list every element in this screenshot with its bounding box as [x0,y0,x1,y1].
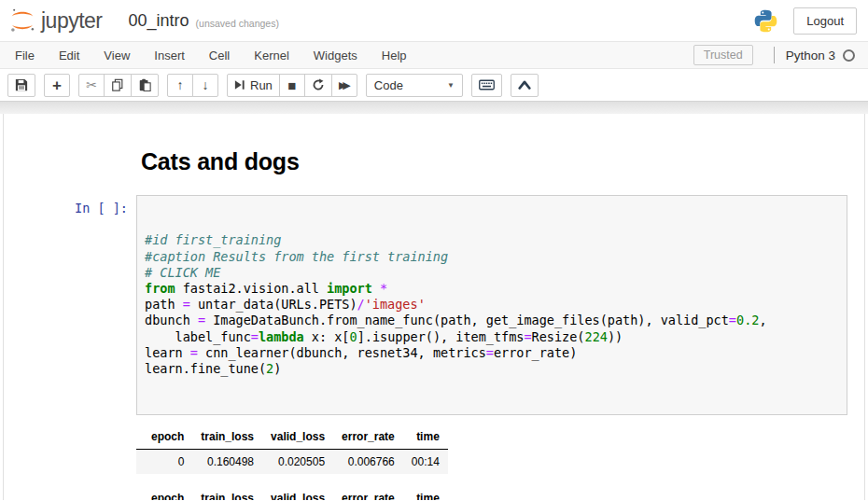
table-header: time [403,426,448,450]
training-results-table: epochtrain_lossvalid_losserror_ratetime0… [136,426,448,474]
trusted-button[interactable]: Trusted [693,45,753,65]
markdown-cell[interactable]: Cats and dogs [141,114,864,175]
paste-icon [138,78,151,91]
toolbar: + ✂ ↑ ↓ [0,69,868,102]
table-header: train_loss [192,426,262,450]
scroll-up-icon [518,79,531,90]
add-cell-icon: + [52,77,62,93]
code-line: # CLICK ME [145,265,839,281]
table-header: epoch [136,488,192,500]
notebook-header: jupyter 00_intro (unsaved changes) Logou… [0,0,868,41]
table-row: 00.1604980.0205050.00676600:14 [136,449,448,474]
kernel-idle-icon [843,49,855,62]
copy-icon [111,78,124,91]
menu-kernel[interactable]: Kernel [242,49,301,63]
caret-down-icon: ▼ [447,81,455,90]
copy-cell-button[interactable] [104,74,132,97]
table-cell: 0.020505 [262,449,333,474]
interrupt-kernel-button[interactable]: ■ [279,74,305,97]
kernel-divider [774,47,775,63]
cut-icon: ✂ [86,78,97,91]
table-cell: 0.006766 [333,449,403,474]
insert-cell-button[interactable]: + [44,74,70,97]
table-cell: 0 [136,449,192,474]
table-header: valid_loss [262,426,333,450]
jupyter-logo-icon [8,7,36,35]
menu-file[interactable]: File [3,49,47,63]
menu-items: FileEditViewInsertCellKernelWidgetsHelp [3,49,419,63]
menu-bar: FileEditViewInsertCellKernelWidgetsHelp … [0,41,868,69]
jupyter-logo[interactable]: jupyter [8,7,103,35]
move-up-icon: ↑ [177,78,184,91]
table-cell: 00:14 [403,449,448,474]
checkpoint-status: (unsaved changes) [196,13,279,29]
notebook-background-band [0,102,868,114]
table-header: time [403,488,448,500]
code-line: #caption Results from the first training [145,249,839,265]
code-area: #id first_training#caption Results from … [145,232,839,377]
menu-view[interactable]: View [91,49,142,63]
logout-button[interactable]: Logout [793,7,857,35]
scroll-up-button[interactable] [511,74,539,97]
table-header: valid_loss [262,488,333,500]
keyboard-icon [479,78,495,91]
restart-icon [312,78,325,91]
output-area: epochtrain_lossvalid_losserror_ratetime0… [136,426,864,500]
code-line: #id first_training [145,232,839,248]
menu-cell[interactable]: Cell [197,49,242,63]
table-header: epoch [136,426,192,450]
stop-icon: ■ [287,78,296,92]
notebook-title[interactable]: 00_intro [129,11,189,31]
command-palette-button[interactable] [471,74,502,97]
table-header: error_rate [333,426,403,450]
cell-type-select[interactable]: Code ▼ [366,74,463,97]
python-logo-icon [753,8,778,34]
code-line: dbunch = ImageDataBunch.from_name_func(p… [145,313,839,328]
menu-widgets[interactable]: Widgets [301,49,370,63]
table-header: error_rate [333,488,403,500]
move-down-icon: ↓ [203,78,209,91]
paste-cell-button[interactable] [131,74,159,97]
input-prompt: In [ ]: [4,195,136,415]
code-line: learn.fine_tune(2) [145,361,839,377]
menu-insert[interactable]: Insert [142,49,197,63]
table-header: train_loss [192,488,262,500]
run-button-label: Run [250,78,273,92]
code-line: label_func=lambda x: x[0].isupper(), ite… [145,329,839,345]
save-icon [15,78,28,91]
save-button[interactable] [7,74,35,97]
cell-type-value: Code [374,78,403,92]
restart-run-all-button[interactable]: ▶▶ [331,74,357,97]
move-cell-up-button[interactable]: ↑ [167,74,193,97]
menu-help[interactable]: Help [370,49,419,63]
move-cell-down-button[interactable]: ↓ [192,74,218,97]
jupyter-wordmark: jupyter [41,8,103,34]
table-cell: 0.160498 [192,449,262,474]
kernel-name: Python 3 [786,49,835,63]
page-title: Cats and dogs [141,148,864,175]
training-results-table: epochtrain_lossvalid_losserror_ratetime0… [136,488,448,500]
run-cell-button[interactable]: Run [227,74,280,97]
code-line: learn = cnn_learner(dbunch, resnet34, me… [145,345,839,361]
code-line: from fastai2.vision.all import * [145,281,839,297]
kernel-indicator: Python 3 [786,49,855,63]
code-editor[interactable]: #id first_training#caption Results from … [136,195,847,415]
restart-kernel-button[interactable] [304,74,332,97]
code-line: path = untar_data(URLs.PETS)/'images' [145,297,839,313]
run-icon [234,79,245,90]
code-cell: In [ ]: #id first_training#caption Resul… [4,195,864,415]
restart-run-all-icon: ▶▶ [339,79,347,91]
menu-edit[interactable]: Edit [47,49,91,63]
cut-cell-button[interactable]: ✂ [78,74,105,97]
notebook-container: Cats and dogs In [ ]: #id first_training… [3,114,865,500]
